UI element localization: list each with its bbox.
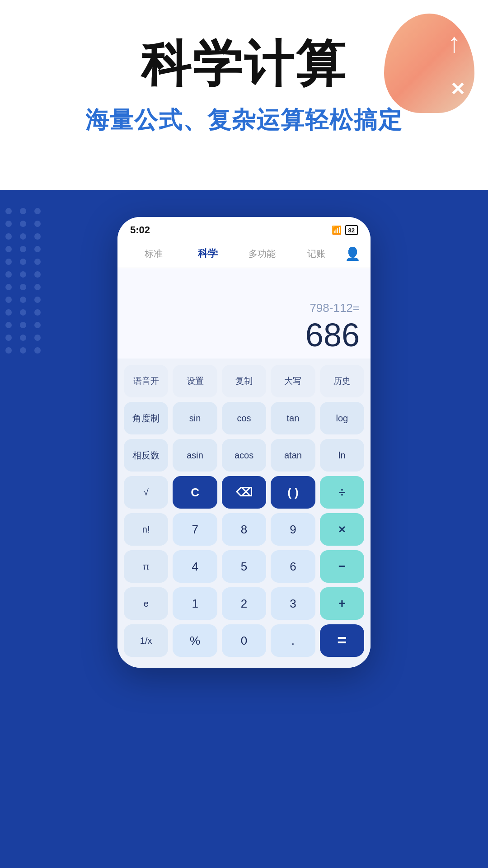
key-acos[interactable]: acos (222, 439, 266, 472)
key-0[interactable]: 0 (222, 624, 266, 657)
key-row-0: 语音开设置复制大写历史 (124, 365, 364, 397)
key-8[interactable]: 8 (222, 513, 266, 546)
status-bar: 5:02 📶 82 (117, 217, 371, 240)
key-5[interactable]: 5 (222, 550, 266, 583)
key-_[interactable]: π (124, 550, 168, 583)
key-_[interactable]: . (271, 624, 315, 657)
key-2[interactable]: 2 (222, 587, 266, 620)
display-area: 798-112= 686 (117, 268, 371, 359)
key-C[interactable]: C (173, 476, 217, 509)
key-tan[interactable]: tan (271, 402, 315, 434)
status-icons: 📶 82 (332, 225, 358, 235)
key-ln[interactable]: ln (320, 439, 364, 472)
key-___[interactable]: 语音开 (124, 365, 168, 397)
key-_[interactable]: % (173, 624, 217, 657)
key-_[interactable]: − (320, 550, 364, 583)
blue-bg: 5:02 📶 82 标准 科学 多功能 记账 👤 798-112= 686 (0, 190, 488, 868)
key-6[interactable]: 6 (271, 550, 315, 583)
key-9[interactable]: 9 (271, 513, 315, 546)
key-row-7: 1/x%0.= (124, 624, 364, 657)
key-asin[interactable]: asin (173, 439, 217, 472)
key-n_[interactable]: n! (124, 513, 168, 546)
key-7[interactable]: 7 (173, 513, 217, 546)
key-sin[interactable]: sin (173, 402, 217, 434)
key-row-1: 角度制sincostanlog (124, 402, 364, 434)
key-_[interactable]: = (320, 624, 364, 657)
tab-bar: 标准 科学 多功能 记账 👤 (117, 240, 371, 268)
display-expression: 798-112= (128, 301, 360, 315)
key-4[interactable]: 4 (173, 550, 217, 583)
tab-science[interactable]: 科学 (181, 244, 235, 263)
key-__[interactable]: 大写 (271, 365, 315, 397)
key-1_x[interactable]: 1/x (124, 624, 168, 657)
key-log[interactable]: log (320, 402, 364, 434)
key-___[interactable]: 角度制 (124, 402, 168, 434)
display-result: 686 (128, 319, 360, 351)
key-row-4: n!789× (124, 513, 364, 546)
key-_[interactable]: ⌫ (222, 476, 266, 509)
key-1[interactable]: 1 (173, 587, 217, 620)
key-__[interactable]: 历史 (320, 365, 364, 397)
dot-decoration (0, 208, 42, 354)
key-__[interactable]: 设置 (173, 365, 217, 397)
tab-profile[interactable]: 👤 (343, 246, 361, 261)
key-_[interactable]: + (320, 587, 364, 620)
key-row-3: √C⌫( )÷ (124, 476, 364, 509)
keypad: 语音开设置复制大写历史角度制sincostanlog相反数asinacosata… (117, 359, 371, 668)
key-__[interactable]: 复制 (222, 365, 266, 397)
key-row-5: π456− (124, 550, 364, 583)
profile-icon: 👤 (345, 247, 361, 261)
key-3[interactable]: 3 (271, 587, 315, 620)
sub-title: 海量公式、复杂运算轻松搞定 (27, 104, 461, 136)
key-___[interactable]: ( ) (271, 476, 315, 509)
key-_[interactable]: × (320, 513, 364, 546)
tab-multi[interactable]: 多功能 (235, 245, 289, 263)
battery-icon: 82 (345, 225, 358, 235)
deco-hand (384, 14, 474, 113)
key-atan[interactable]: atan (271, 439, 315, 472)
status-time: 5:02 (130, 224, 150, 236)
wifi-icon: 📶 (332, 225, 342, 235)
key-_[interactable]: √ (124, 476, 168, 509)
key-_[interactable]: ÷ (320, 476, 364, 509)
key-___[interactable]: 相反数 (124, 439, 168, 472)
phone-mockup: 5:02 📶 82 标准 科学 多功能 记账 👤 798-112= 686 (117, 217, 371, 668)
key-row-2: 相反数asinacosatanln (124, 439, 364, 472)
tab-standard[interactable]: 标准 (127, 245, 181, 263)
tab-bookkeep[interactable]: 记账 (289, 245, 343, 263)
key-e[interactable]: e (124, 587, 168, 620)
key-row-6: e123+ (124, 587, 364, 620)
key-cos[interactable]: cos (222, 402, 266, 434)
top-section: 科学计算 海量公式、复杂运算轻松搞定 (0, 0, 488, 190)
